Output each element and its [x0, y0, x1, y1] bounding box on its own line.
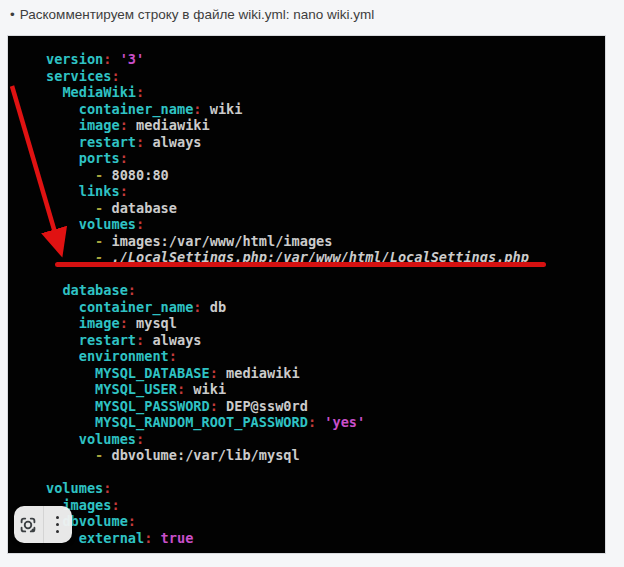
code-line: MYSQL_PASSWORD: DEP@ssw0rd	[46, 398, 529, 415]
bullet: •	[10, 7, 15, 22]
code-line: links:	[46, 183, 529, 200]
terminal-screenshot: version: '3'services: MediaWiki: contain…	[8, 36, 605, 553]
code-line: image: mysql	[46, 315, 529, 332]
code-line: volumes:	[46, 216, 529, 233]
code-line: database:	[46, 282, 529, 299]
code-line: MediaWiki:	[46, 84, 529, 101]
image-tools-overlay	[14, 506, 72, 543]
code-line: restart: always	[46, 332, 529, 349]
code-line: external: true	[46, 530, 529, 547]
code-line: container_name: wiki	[46, 101, 529, 118]
instruction-text: Раскомментируем строку в файле wiki.yml:…	[20, 7, 375, 22]
code-line: dbvolume:	[46, 513, 529, 530]
code-line: volumes:	[46, 431, 529, 448]
code-line: ~	[46, 546, 529, 553]
more-options-button[interactable]	[43, 506, 73, 543]
code-line: container_name: db	[46, 299, 529, 316]
code-line: image: mediawiki	[46, 117, 529, 134]
code-line: - database	[46, 200, 529, 217]
code-line: images:	[46, 497, 529, 514]
page: { "page": { "background": "#f5f6f8" }, "…	[0, 0, 624, 567]
code-line: restart: always	[46, 134, 529, 151]
instruction-line: •Раскомментируем строку в файле wiki.yml…	[10, 7, 374, 22]
code-line	[46, 266, 529, 283]
yaml-code: version: '3'services: MediaWiki: contain…	[8, 36, 529, 553]
code-line: version: '3'	[46, 51, 529, 68]
lens-search-button[interactable]	[14, 506, 43, 543]
kebab-menu-icon	[56, 516, 59, 533]
code-line: ports:	[46, 150, 529, 167]
lens-search-icon	[17, 514, 39, 536]
code-line: MYSQL_RANDOM_ROOT_PASSWORD: 'yes'	[46, 414, 529, 431]
code-line	[46, 464, 529, 481]
code-line: MYSQL_USER: wiki	[46, 381, 529, 398]
code-line: volumes:	[46, 480, 529, 497]
code-line: - ./LocalSettings.php:/var/www/html/Loca…	[46, 249, 529, 266]
code-line: - dbvolume:/var/lib/mysql	[46, 447, 529, 464]
code-line: MYSQL_DATABASE: mediawiki	[46, 365, 529, 382]
code-line: services:	[46, 68, 529, 85]
code-line: - 8080:80	[46, 167, 529, 184]
code-line: - images:/var/www/html/images	[46, 233, 529, 250]
code-line: environment:	[46, 348, 529, 365]
